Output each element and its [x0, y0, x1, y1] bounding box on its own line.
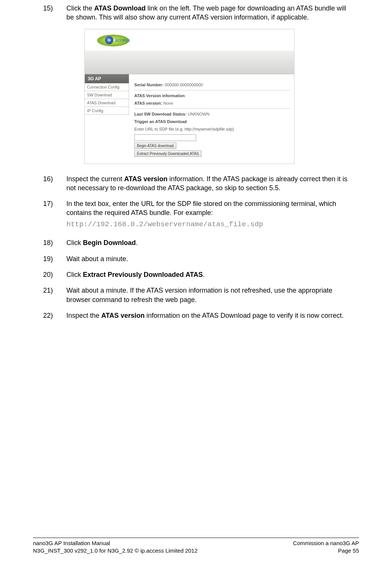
atas-version-value: None: [162, 101, 173, 105]
sidebar-item-atas-download[interactable]: ATAS Download: [85, 99, 129, 107]
serial-row: Serial Number: 000000-0000000000: [134, 83, 290, 87]
step-number: 19): [43, 254, 66, 263]
step-text: Inspect the current ATAS version informa…: [66, 174, 349, 193]
serial-label: Serial Number:: [134, 83, 164, 87]
last-dl-label: Last SW Download Status:: [134, 112, 186, 116]
sidebar: 3G AP Connection Config SW Download ATAS…: [85, 74, 129, 164]
sdp-url-input[interactable]: [134, 134, 196, 141]
footer-left: nano3G AP Installation Manual N3G_INST_3…: [33, 539, 198, 555]
step-20: 20) Click Extract Previously Downloaded …: [43, 270, 349, 279]
step-text: In the text box, enter the URL for the S…: [66, 199, 349, 231]
step-text: Click Begin Download.: [66, 238, 349, 247]
step-number: 22): [43, 311, 66, 320]
step-text: Inspect the ATAS version information on …: [66, 311, 349, 320]
step-16: 16) Inspect the current ATAS version inf…: [43, 174, 349, 193]
step-number: 18): [43, 238, 66, 247]
footer-right: Commission a nano3G AP Page 55: [293, 539, 359, 555]
page-footer: nano3G AP Installation Manual N3G_INST_3…: [33, 538, 359, 555]
extract-atas-button[interactable]: Extract Previously Downloaded ATAS: [134, 150, 201, 157]
step-number: 15): [43, 4, 66, 22]
step-text: Wait about a minute.: [66, 254, 349, 263]
step-number: 21): [43, 286, 66, 304]
ipaccess-logo: ip access: [92, 32, 135, 50]
shot-header: ip access: [85, 29, 294, 74]
begin-atas-download-button[interactable]: Begin ATAS download: [134, 143, 176, 149]
sidebar-item-ip-config[interactable]: IP Config: [85, 107, 129, 115]
divider: [134, 108, 290, 109]
logo-ip-icon: ip: [105, 36, 113, 44]
sidebar-item-connection-config[interactable]: Connection Config: [85, 83, 129, 91]
step-text: Click Extract Previously Downloaded ATAS…: [66, 270, 349, 279]
step-number: 20): [43, 270, 66, 279]
sidebar-item-sw-download[interactable]: SW Download: [85, 91, 129, 99]
last-dl-value: UNKNOWN: [186, 112, 209, 116]
step-text: Click the ATAS Download link on the left…: [66, 4, 349, 22]
step-18: 18) Click Begin Download.: [43, 238, 349, 247]
shot-body: 3G AP Connection Config SW Download ATAS…: [85, 74, 294, 164]
serial-value: 000000-0000000000: [164, 83, 203, 87]
last-dl-row: Last SW Download Status: UNKNOWN: [134, 112, 290, 116]
step-17: 17) In the text box, enter the URL for t…: [43, 199, 349, 231]
step-19: 19) Wait about a minute.: [43, 254, 349, 263]
divider: [134, 90, 290, 90]
step-text: Wait about a minute. If the ATAS version…: [66, 286, 349, 304]
step-15: 15) Click the ATAS Download link on the …: [43, 4, 349, 22]
example-url: http://192.168.0.2/webservername/atas_fi…: [66, 220, 349, 230]
logo-access-text: access: [115, 37, 130, 43]
sidebar-head: 3G AP: [85, 74, 129, 83]
atas-version-label: ATAS version:: [134, 101, 162, 105]
enter-url-text: Enter URL to SDP file (e.g. http://myser…: [134, 127, 290, 131]
step-number: 17): [43, 199, 66, 231]
embedded-screenshot: ip access 3G AP Connection Config SW Dow…: [84, 29, 294, 164]
atas-info-label: ATAS Version information: [134, 93, 185, 98]
step-21: 21) Wait about a minute. If the ATAS ver…: [43, 286, 349, 304]
main-panel: Serial Number: 000000-0000000000 ATAS Ve…: [129, 74, 294, 164]
step-number: 16): [43, 174, 66, 193]
trigger-label: Trigger an ATAS Download: [134, 119, 187, 124]
atas-version-row: ATAS version: None: [134, 101, 290, 105]
step-22: 22) Inspect the ATAS version information…: [43, 311, 349, 320]
